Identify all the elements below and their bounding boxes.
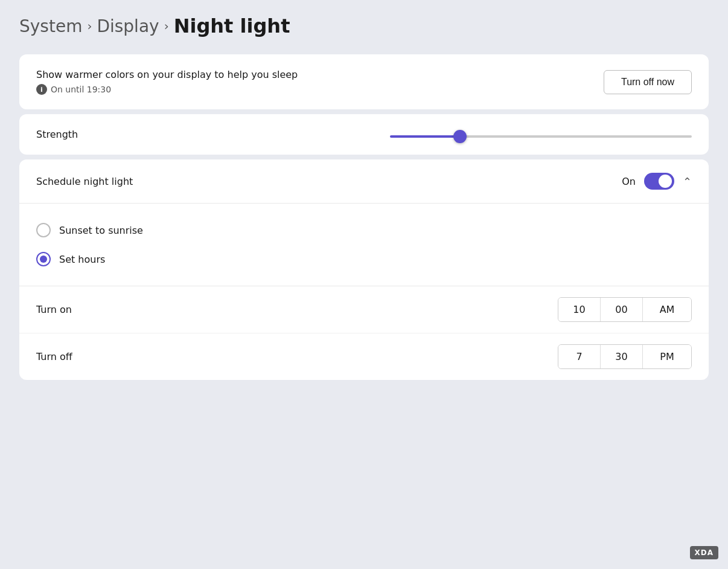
radio-label-set-hours: Set hours <box>59 254 105 265</box>
radio-circle-set-hours <box>36 252 51 266</box>
schedule-toggle[interactable] <box>644 173 674 190</box>
breadcrumb-separator-1: › <box>87 19 92 33</box>
turn-off-time-picker: 7 30 PM <box>558 344 692 369</box>
turn-on-period[interactable]: AM <box>643 298 691 321</box>
radio-options: Sunset to sunrise Set hours <box>19 204 709 286</box>
breadcrumb-separator-2: › <box>164 19 169 33</box>
turn-off-label: Turn off <box>36 351 72 362</box>
radio-option-set-hours[interactable]: Set hours <box>36 245 692 274</box>
toggle-thumb <box>659 175 672 188</box>
strength-slider-container <box>390 129 692 140</box>
status-description: Show warmer colors on your display to he… <box>36 69 298 80</box>
turn-on-minute[interactable]: 00 <box>601 298 643 321</box>
info-icon: i <box>36 84 47 95</box>
breadcrumb: System › Display › Night light <box>19 14 709 37</box>
radio-circle-sunset <box>36 223 51 237</box>
turn-off-row: Turn off 7 30 PM <box>19 333 709 380</box>
radio-inner-set-hours <box>40 256 47 263</box>
turn-on-label: Turn on <box>36 304 72 315</box>
strength-label: Strength <box>36 129 78 140</box>
status-text: Show warmer colors on your display to he… <box>36 69 298 95</box>
radio-label-sunset: Sunset to sunrise <box>59 225 143 236</box>
strength-slider[interactable] <box>390 135 692 138</box>
collapse-chevron-icon[interactable]: ⌃ <box>683 175 692 188</box>
watermark: XDA <box>690 546 719 559</box>
schedule-status-text: On <box>622 176 636 187</box>
radio-option-sunset[interactable]: Sunset to sunrise <box>36 216 692 245</box>
status-card: Show warmer colors on your display to he… <box>19 54 709 109</box>
turn-on-hour[interactable]: 10 <box>558 298 601 321</box>
breadcrumb-display[interactable]: Display <box>97 16 159 36</box>
schedule-controls: On ⌃ <box>622 173 692 190</box>
schedule-header: Schedule night light On ⌃ <box>19 159 709 204</box>
turn-off-hour[interactable]: 7 <box>558 345 601 368</box>
turn-on-row: Turn on 10 00 AM <box>19 286 709 333</box>
turn-on-time-picker: 10 00 AM <box>558 297 692 322</box>
schedule-label: Schedule night light <box>36 176 133 187</box>
status-detail: On until 19:30 <box>51 85 111 94</box>
turn-off-period[interactable]: PM <box>643 345 691 368</box>
turn-off-button[interactable]: Turn off now <box>604 70 692 94</box>
strength-card: Strength <box>19 114 709 155</box>
breadcrumb-system[interactable]: System <box>19 16 82 36</box>
page-title: Night light <box>174 14 290 37</box>
schedule-card: Schedule night light On ⌃ Sunset to sunr… <box>19 159 709 380</box>
turn-off-minute[interactable]: 30 <box>601 345 643 368</box>
